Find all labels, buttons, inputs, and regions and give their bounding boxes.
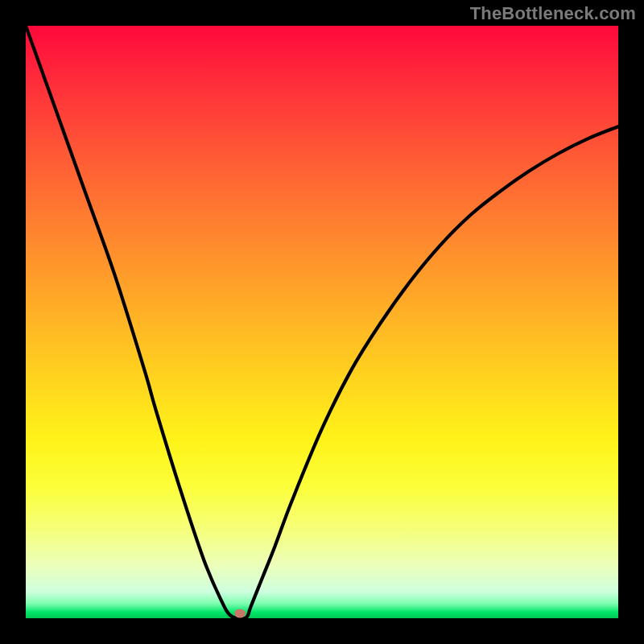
bottleneck-curve [26, 26, 618, 618]
plot-area [26, 26, 618, 618]
watermark-text: TheBottleneck.com [470, 3, 636, 24]
curve-svg [26, 26, 618, 618]
chart-frame: TheBottleneck.com [0, 0, 644, 644]
optimal-point-marker [234, 609, 246, 618]
